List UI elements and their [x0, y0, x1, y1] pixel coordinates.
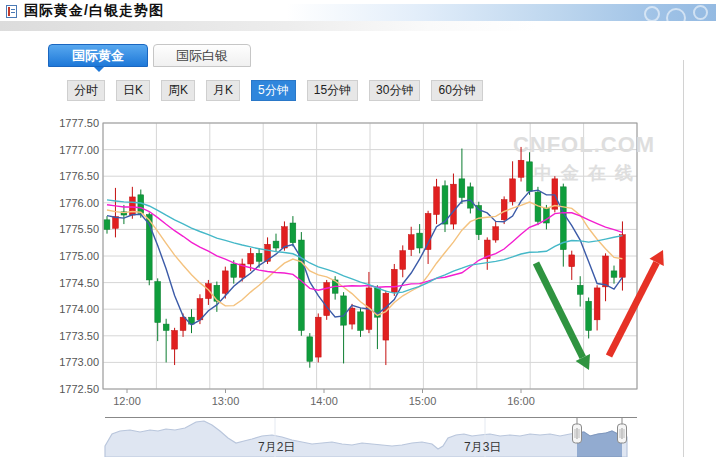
svg-text:CNFOL.COM: CNFOL.COM: [513, 132, 655, 157]
navigator-date-label: 7月2日: [258, 440, 295, 454]
y-axis-label: 1775.00: [59, 250, 99, 262]
period-buttons: 分时 日K 周K 月K 5分钟 15分钟 30分钟 60分钟: [67, 80, 483, 101]
period-button-15min[interactable]: 15分钟: [307, 80, 358, 101]
y-axis-label: 1777.50: [59, 117, 99, 129]
range-navigator: 7月2日7月3日: [105, 418, 637, 457]
gold-silver-chart-widget: 国际黄金/白银走势图 国际黄金 国际白银 分时 日K 周K 月K 5分钟 15分…: [0, 0, 716, 457]
axis-labels: 1777.501777.001776.501776.001775.501775.…: [59, 117, 535, 407]
x-axis-label: 13:00: [212, 395, 240, 407]
tab-international-gold[interactable]: 国际黄金: [48, 44, 148, 67]
tab-international-silver[interactable]: 国际白银: [153, 44, 251, 67]
period-button-weekly[interactable]: 周K: [161, 80, 195, 101]
svg-text:中金在线: 中金在线: [534, 163, 642, 183]
y-axis-label: 1773.00: [59, 356, 99, 368]
y-axis-label: 1774.00: [59, 303, 99, 315]
y-axis-label: 1772.50: [59, 383, 99, 395]
y-axis-label: 1776.50: [59, 170, 99, 182]
period-button-5min[interactable]: 5分钟: [251, 80, 296, 101]
candlestick-chart: CNFOL.COM中金在线1777.501777.001776.501776.0…: [0, 0, 716, 457]
period-button-monthly[interactable]: 月K: [206, 80, 240, 101]
period-button-60min[interactable]: 60分钟: [431, 80, 482, 101]
period-button-daily[interactable]: 日K: [116, 80, 150, 101]
x-axis-label: 15:00: [409, 395, 437, 407]
x-axis-label: 14:00: [310, 395, 338, 407]
instrument-tabs: 国际黄金 国际白银: [48, 44, 251, 67]
y-axis-label: 1774.50: [59, 277, 99, 289]
y-axis-label: 1773.50: [59, 330, 99, 342]
trend-arrow-down: [536, 263, 583, 357]
x-axis-label: 12:00: [113, 395, 141, 407]
navigator-area[interactable]: [105, 421, 627, 457]
period-button-fenshi[interactable]: 分时: [67, 80, 105, 101]
y-axis-label: 1776.00: [59, 197, 99, 209]
y-axis-label: 1775.50: [59, 223, 99, 235]
y-axis-label: 1777.00: [59, 144, 99, 156]
navigator-date-label: 7月3日: [464, 440, 501, 454]
x-axis-label: 16:00: [507, 395, 535, 407]
period-button-30min[interactable]: 30分钟: [369, 80, 420, 101]
